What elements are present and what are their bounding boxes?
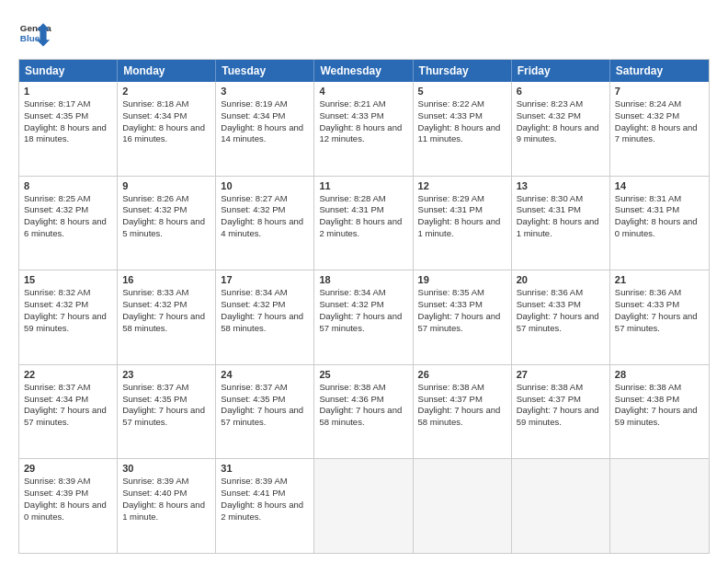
calendar-cell: 16Sunrise: 8:33 AMSunset: 4:32 PMDayligh… <box>118 270 216 364</box>
sunrise: Sunrise: 8:38 AM <box>517 382 583 392</box>
sunset: Sunset: 4:31 PM <box>517 204 581 214</box>
calendar-cell: 5Sunrise: 8:22 AMSunset: 4:33 PMDaylight… <box>414 82 512 176</box>
sunset: Sunset: 4:33 PM <box>517 299 581 309</box>
day-number: 27 <box>517 369 605 380</box>
sunrise: Sunrise: 8:28 AM <box>319 193 385 203</box>
day-number: 2 <box>122 86 210 97</box>
calendar-cell: 7Sunrise: 8:24 AMSunset: 4:32 PMDaylight… <box>610 82 709 176</box>
daylight: Daylight: 7 hours and 58 minutes. <box>418 405 501 427</box>
sunrise: Sunrise: 8:17 AM <box>24 98 90 109</box>
sunrise: Sunrise: 8:27 AM <box>221 193 287 203</box>
day-number: 3 <box>221 86 309 97</box>
logo: General Blue <box>18 17 51 50</box>
calendar-cell: 15Sunrise: 8:32 AMSunset: 4:32 PMDayligh… <box>19 270 118 364</box>
day-number: 31 <box>221 463 309 474</box>
calendar-cell: 25Sunrise: 8:38 AMSunset: 4:36 PMDayligh… <box>314 365 413 459</box>
day-number: 24 <box>221 369 309 380</box>
calendar-cell: 17Sunrise: 8:34 AMSunset: 4:32 PMDayligh… <box>216 270 314 364</box>
sunrise: Sunrise: 8:19 AM <box>221 98 287 109</box>
sunset: Sunset: 4:34 PM <box>24 394 88 404</box>
sunrise: Sunrise: 8:29 AM <box>418 193 484 203</box>
day-number: 13 <box>517 180 605 191</box>
daylight: Daylight: 8 hours and 11 minutes. <box>418 122 501 144</box>
svg-text:Blue: Blue <box>20 33 40 43</box>
day-number: 12 <box>418 180 506 191</box>
daylight: Daylight: 8 hours and 1 minute. <box>122 500 205 522</box>
day-number: 15 <box>24 274 112 285</box>
logo-icon: General Blue <box>18 17 51 50</box>
calendar-cell: 26Sunrise: 8:38 AMSunset: 4:37 PMDayligh… <box>414 365 512 459</box>
calendar-cell: 1Sunrise: 8:17 AMSunset: 4:35 PMDaylight… <box>19 82 118 176</box>
day-number: 11 <box>319 180 407 191</box>
day-number: 18 <box>319 274 407 285</box>
sunset: Sunset: 4:38 PM <box>615 394 679 404</box>
calendar-cell: 31Sunrise: 8:39 AMSunset: 4:41 PMDayligh… <box>216 459 314 553</box>
day-number: 19 <box>418 274 506 285</box>
day-number: 17 <box>221 274 309 285</box>
daylight: Daylight: 7 hours and 58 minutes. <box>319 405 402 427</box>
sunrise: Sunrise: 8:33 AM <box>122 287 188 297</box>
daylight: Daylight: 7 hours and 59 minutes. <box>615 405 698 427</box>
sunset: Sunset: 4:34 PM <box>221 110 285 121</box>
sunrise: Sunrise: 8:22 AM <box>418 98 484 109</box>
header-day-friday: Friday <box>512 60 610 82</box>
calendar-cell: 14Sunrise: 8:31 AMSunset: 4:31 PMDayligh… <box>610 177 709 270</box>
sunrise: Sunrise: 8:38 AM <box>418 382 484 392</box>
sunset: Sunset: 4:35 PM <box>24 110 88 121</box>
sunrise: Sunrise: 8:37 AM <box>221 382 287 392</box>
day-number: 7 <box>615 86 704 97</box>
sunset: Sunset: 4:32 PM <box>24 299 88 309</box>
day-number: 28 <box>615 369 704 380</box>
day-number: 25 <box>319 369 407 380</box>
sunset: Sunset: 4:31 PM <box>319 204 383 214</box>
daylight: Daylight: 7 hours and 59 minutes. <box>24 311 107 333</box>
calendar-week-2: 8Sunrise: 8:25 AMSunset: 4:32 PMDaylight… <box>19 176 709 270</box>
calendar-cell <box>512 459 610 553</box>
sunrise: Sunrise: 8:36 AM <box>615 287 681 297</box>
sunset: Sunset: 4:37 PM <box>517 394 581 404</box>
header-day-tuesday: Tuesday <box>216 60 314 82</box>
day-number: 1 <box>24 86 112 97</box>
calendar-cell: 19Sunrise: 8:35 AMSunset: 4:33 PMDayligh… <box>414 270 512 364</box>
sunset: Sunset: 4:36 PM <box>319 394 383 404</box>
daylight: Daylight: 8 hours and 12 minutes. <box>319 122 402 144</box>
day-number: 4 <box>319 86 407 97</box>
sunset: Sunset: 4:33 PM <box>418 299 483 309</box>
calendar-cell: 4Sunrise: 8:21 AMSunset: 4:33 PMDaylight… <box>314 82 413 176</box>
calendar-cell: 21Sunrise: 8:36 AMSunset: 4:33 PMDayligh… <box>610 270 709 364</box>
calendar-cell: 9Sunrise: 8:26 AMSunset: 4:32 PMDaylight… <box>118 177 216 270</box>
sunrise: Sunrise: 8:18 AM <box>122 98 188 109</box>
calendar-cell: 24Sunrise: 8:37 AMSunset: 4:35 PMDayligh… <box>216 365 314 459</box>
day-number: 26 <box>418 369 506 380</box>
sunset: Sunset: 4:34 PM <box>122 110 187 121</box>
sunrise: Sunrise: 8:34 AM <box>319 287 385 297</box>
calendar-cell: 27Sunrise: 8:38 AMSunset: 4:37 PMDayligh… <box>512 365 610 459</box>
sunrise: Sunrise: 8:38 AM <box>615 382 681 392</box>
calendar-week-5: 29Sunrise: 8:39 AMSunset: 4:39 PMDayligh… <box>19 458 709 553</box>
header: General Blue <box>18 17 710 50</box>
day-number: 8 <box>24 180 112 191</box>
sunset: Sunset: 4:35 PM <box>122 394 187 404</box>
sunrise: Sunrise: 8:39 AM <box>221 476 287 486</box>
daylight: Daylight: 7 hours and 58 minutes. <box>122 311 205 333</box>
sunset: Sunset: 4:39 PM <box>24 488 88 498</box>
sunrise: Sunrise: 8:25 AM <box>24 193 90 203</box>
day-number: 21 <box>615 274 704 285</box>
sunrise: Sunrise: 8:30 AM <box>517 193 583 203</box>
sunset: Sunset: 4:32 PM <box>24 204 88 214</box>
page: General Blue SundayMondayTuesdayWednesda… <box>0 0 728 563</box>
daylight: Daylight: 8 hours and 0 minutes. <box>615 216 698 238</box>
daylight: Daylight: 8 hours and 14 minutes. <box>221 122 303 144</box>
calendar-cell: 22Sunrise: 8:37 AMSunset: 4:34 PMDayligh… <box>19 365 118 459</box>
day-number: 22 <box>24 369 112 380</box>
sunset: Sunset: 4:31 PM <box>418 204 483 214</box>
sunset: Sunset: 4:32 PM <box>122 299 187 309</box>
calendar-cell: 12Sunrise: 8:29 AMSunset: 4:31 PMDayligh… <box>414 177 512 270</box>
daylight: Daylight: 8 hours and 5 minutes. <box>122 216 205 238</box>
sunrise: Sunrise: 8:26 AM <box>122 193 188 203</box>
calendar-cell: 6Sunrise: 8:23 AMSunset: 4:32 PMDaylight… <box>512 82 610 176</box>
sunset: Sunset: 4:31 PM <box>615 204 679 214</box>
calendar-cell <box>610 459 709 553</box>
daylight: Daylight: 8 hours and 18 minutes. <box>24 122 107 144</box>
sunrise: Sunrise: 8:39 AM <box>122 476 188 486</box>
